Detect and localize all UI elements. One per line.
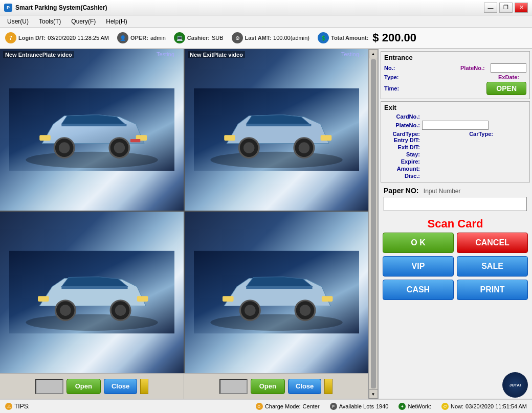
cardtype-row: CardType: CarType: — [384, 131, 526, 137]
svg-point-20 — [26, 314, 158, 331]
close-button[interactable]: ✕ — [515, 3, 528, 13]
cash-button[interactable]: CASH — [383, 280, 454, 300]
tips-bar: ⚠ TIPS: — [5, 403, 246, 410]
lots-icon: P — [330, 403, 337, 410]
svg-point-29 — [210, 314, 342, 331]
user-icon: 👤 — [117, 32, 128, 43]
exdate-label: ExDate: — [498, 74, 526, 80]
menu-user[interactable]: User(U) — [2, 17, 34, 26]
paper-input[interactable] — [384, 197, 527, 211]
menu-tools[interactable]: Tools(T) — [34, 17, 66, 26]
network-icon: ✦ — [398, 403, 406, 410]
entrance-close-button[interactable]: Close — [104, 379, 137, 394]
svg-rect-30 — [246, 287, 312, 289]
car-visual-bottom-left — [0, 212, 184, 373]
entrance-open-button[interactable]: Open — [66, 379, 101, 394]
print-button[interactable]: PRINT — [457, 280, 528, 300]
svg-rect-26 — [137, 296, 148, 302]
expire-row: Expire: — [384, 158, 526, 165]
svg-point-34 — [300, 305, 311, 316]
charge-icon: ⊙ — [256, 403, 263, 410]
plateno-row: PlateNo.: — [384, 121, 526, 130]
last-amt-icon: ⊙ — [232, 32, 243, 43]
entrance-display — [35, 379, 63, 394]
svg-point-23 — [60, 305, 71, 316]
plateno-input-entrance[interactable] — [491, 63, 526, 73]
expire-label: Expire: — [384, 158, 420, 165]
video-top-left-status: Testing ... — [157, 51, 181, 57]
exit-dt-label: Exit D/T: — [384, 144, 420, 150]
entrance-section: Entrance No.: PlateNo.: Type: ExDate: Ti… — [381, 51, 530, 99]
calendar-icon: 7 — [5, 32, 16, 43]
charge-value: Center — [303, 403, 320, 409]
no-label: No.: — [384, 65, 405, 71]
stay-label: Stay: — [384, 151, 420, 157]
scroll-down[interactable]: ▼ — [369, 389, 378, 399]
exit-close-button[interactable]: Close — [288, 379, 321, 394]
exit-section: Exit CardNo.: PlateNo.: CardType: CarTyp… — [381, 101, 530, 182]
restore-button[interactable]: ❐ — [499, 3, 513, 13]
scroll-up[interactable]: ▲ — [369, 49, 378, 58]
car-svg-top-left — [9, 73, 174, 186]
exit-plateno-input[interactable] — [422, 121, 489, 130]
cashier-value: SUB — [212, 35, 224, 41]
minimize-button[interactable]: — — [484, 3, 497, 13]
video-bottom-left — [0, 212, 184, 373]
exit-title: Exit — [384, 104, 526, 111]
network-status: ✦ NetWork: — [398, 403, 431, 410]
login-value: 03/20/2020 11:28:25 AM — [48, 35, 109, 41]
oper-value: admin — [150, 35, 166, 41]
cardtype-col: CardType: — [384, 131, 453, 137]
sale-button[interactable]: SALE — [457, 256, 528, 277]
menu-help[interactable]: Help(H) — [101, 17, 132, 26]
status-top-bar: 7 Login D/T: 03/20/2020 11:28:25 AM 👤 OP… — [0, 28, 532, 49]
plateno-label: PlateNo.: — [460, 65, 489, 71]
tips-label: TIPS: — [14, 403, 30, 410]
window-controls: — ❐ ✕ — [484, 3, 528, 13]
entrance-indicator — [140, 379, 148, 394]
cardtype-label: CardType: — [384, 131, 420, 137]
oper-label: OPER: — [130, 35, 148, 41]
svg-rect-12 — [246, 124, 311, 126]
svg-rect-2 — [61, 124, 126, 126]
entry-dt-label: Entry D/T: — [384, 137, 420, 143]
cardno-row: CardNo.: — [384, 113, 526, 120]
cashier-label: Cashier: — [187, 35, 210, 41]
svg-point-6 — [114, 143, 125, 154]
exit-open-button[interactable]: Open — [251, 379, 285, 394]
total-label: Total Amount: — [331, 35, 368, 41]
svg-rect-36 — [223, 296, 234, 302]
car-svg-top-right — [194, 73, 359, 186]
entrance-title: Entrance — [384, 54, 526, 61]
video-top-right: New ExitPlate video Testing ... — [185, 49, 368, 211]
video-wrapper: New EntrancePlate video Testing ... — [0, 49, 378, 399]
svg-point-11 — [210, 152, 342, 168]
video-grid: New EntrancePlate video Testing ... — [0, 49, 368, 373]
vip-button[interactable]: VIP — [383, 256, 454, 277]
cashier-icon: 💻 — [174, 32, 185, 43]
menu-bar: User(U) Tools(T) Query(F) Help(H) — [0, 15, 532, 28]
video-top-left: New EntrancePlate video Testing ... — [0, 49, 184, 211]
scan-card-label: Scan Card — [381, 217, 530, 231]
video-top-right-label: New ExitPlate video — [188, 51, 245, 58]
svg-point-25 — [115, 305, 126, 316]
exit-dt-row: Exit D/T: — [384, 144, 526, 150]
paper-section: Paper NO: Input Number — [381, 185, 530, 213]
video-scrollbar[interactable]: ▲ ▼ — [368, 49, 378, 399]
scroll-thumb[interactable] — [371, 59, 376, 388]
menu-query[interactable]: Query(F) — [66, 17, 101, 26]
cancel-button[interactable]: CANCEL — [457, 233, 528, 253]
lots-label: Available Lots — [339, 403, 374, 409]
last-value: 100.00(admin) — [273, 35, 309, 41]
svg-rect-8 — [39, 135, 51, 141]
ok-button[interactable]: O K — [383, 233, 454, 253]
title-bar-left: P Smart Parking System(Cashier) — [4, 4, 107, 12]
cardno-label: CardNo.: — [384, 113, 420, 120]
last-amt-status: ⊙ Last AMT: 100.00(admin) — [232, 32, 309, 43]
controls-row: Open Close Open Close — [0, 373, 368, 399]
type-label: Type: — [384, 74, 405, 80]
video-panel: New EntrancePlate video Testing ... — [0, 49, 379, 399]
svg-point-16 — [299, 143, 310, 154]
entrance-open-btn[interactable]: OPEN — [486, 82, 526, 95]
svg-point-14 — [243, 143, 255, 154]
